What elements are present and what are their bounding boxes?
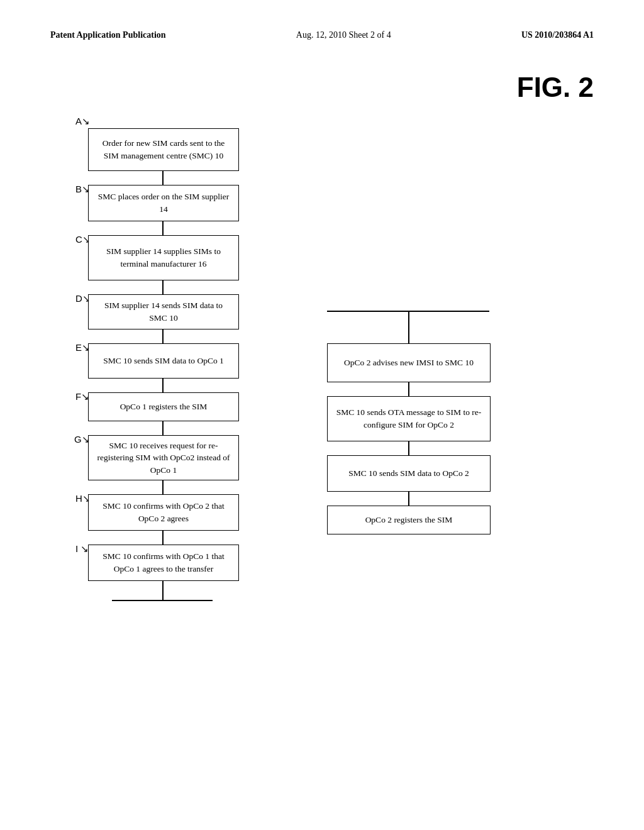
step-box-k: SMC 10 sends OTA message to SIM to re-co… bbox=[327, 396, 491, 441]
date-sheet-label: Aug. 12, 2010 Sheet 2 of 4 bbox=[296, 30, 391, 40]
patent-number-label: US 2010/203864 A1 bbox=[521, 30, 594, 40]
step-label-g: G↘ bbox=[74, 434, 90, 445]
fig-label: FIG. 2 bbox=[517, 72, 594, 103]
connector-bc bbox=[162, 221, 164, 235]
bottom-stub bbox=[112, 600, 213, 601]
step-box-h: SMC 10 confirms with OpCo 2 that OpCo 2 … bbox=[88, 494, 239, 531]
step-box-f: OpCo 1 registers the SIM bbox=[88, 392, 239, 421]
connector-cd bbox=[162, 280, 164, 294]
step-box-a: Order for new SIM cards sent to the SIM … bbox=[88, 128, 239, 171]
connector-kl bbox=[408, 441, 409, 455]
step-box-l: SMC 10 sends SIM data to OpCo 2 bbox=[327, 455, 491, 492]
step-box-i: SMC 10 confirms with OpCo 1 that OpCo 1 … bbox=[88, 545, 239, 581]
step-box-m: OpCo 2 registers the SIM bbox=[327, 506, 491, 534]
step-label-f: F↘ bbox=[75, 391, 89, 402]
page: Patent Application Publication Aug. 12, … bbox=[0, 0, 644, 830]
header-left: Patent Application Publication bbox=[50, 30, 166, 40]
right-col-top-bar bbox=[327, 311, 489, 312]
step-box-j: OpCo 2 advises new IMSI to SMC 10 bbox=[327, 343, 491, 382]
step-label-i: I ↘ bbox=[75, 543, 89, 555]
header-center: Aug. 12, 2010 Sheet 2 of 4 bbox=[296, 30, 391, 40]
step-box-d: SIM supplier 14 sends SIM data to SMC 10 bbox=[88, 294, 239, 329]
connector-ab bbox=[162, 171, 164, 185]
connector-i-bottom bbox=[162, 581, 164, 600]
diagram-container: FIG. 2 A↘ Order for new SIM cards sent t… bbox=[38, 53, 606, 782]
step-box-c: SIM supplier 14 supplies SIMs to termina… bbox=[88, 235, 239, 280]
header: Patent Application Publication Aug. 12, … bbox=[0, 0, 644, 53]
connector-jk bbox=[408, 382, 409, 396]
connector-de bbox=[162, 329, 164, 343]
publication-label: Patent Application Publication bbox=[50, 30, 166, 40]
header-right: US 2010/203864 A1 bbox=[521, 30, 594, 40]
step-box-g: SMC 10 receives request for re-registeri… bbox=[88, 435, 239, 480]
connector-fg bbox=[162, 421, 164, 435]
connector-gh bbox=[162, 480, 164, 494]
step-box-e: SMC 10 sends SIM data to OpCo 1 bbox=[88, 343, 239, 379]
step-label-a: A↘ bbox=[75, 116, 90, 127]
connector-hi bbox=[162, 531, 164, 545]
step-box-b: SMC places order on the SIM supplier 14 bbox=[88, 185, 239, 221]
connector-ef bbox=[162, 379, 164, 392]
right-col-top-line bbox=[408, 311, 409, 343]
connector-lm bbox=[408, 492, 409, 506]
